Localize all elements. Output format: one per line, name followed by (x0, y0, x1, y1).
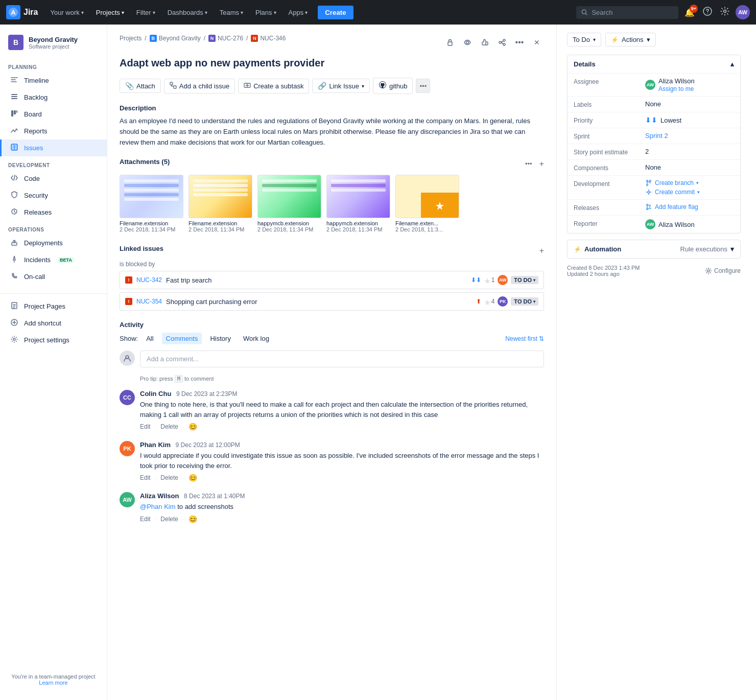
nav-plans[interactable]: Plans ▾ (251, 7, 280, 18)
close-panel-button[interactable]: ✕ (530, 35, 544, 50)
edit-comment-link[interactable]: Edit (140, 423, 151, 430)
delete-comment-link[interactable]: Delete (160, 516, 178, 523)
nav-dashboards[interactable]: Dashboards ▾ (163, 7, 211, 18)
filter-history[interactable]: History (206, 333, 234, 344)
search-input[interactable] (592, 9, 673, 16)
share-button[interactable] (495, 35, 509, 50)
notifications-button[interactable]: 🔔 9+ (682, 6, 697, 19)
activity-section: Activity Show: All Comments History Work… (120, 321, 544, 523)
attachments-heading: Attachments (5) (120, 158, 170, 166)
priority-value[interactable]: ⬇⬇ Lowest (645, 116, 734, 124)
toolbar-more-button[interactable]: ••• (416, 79, 430, 93)
attachment-item[interactable]: happymcb.extension 2 Dec 2018, 11:34 PM (326, 175, 390, 232)
filter-all[interactable]: All (142, 333, 157, 344)
link-chevron-icon: ▾ (362, 83, 364, 89)
breadcrumb-project[interactable]: B Beyond Gravity (150, 35, 201, 42)
attachment-item[interactable]: happymcb.extension 2 Dec 2018, 11:34 PM (257, 175, 321, 232)
status-button[interactable]: To Do ▾ (567, 33, 601, 46)
story-points-value[interactable]: 2 (645, 148, 734, 155)
nav-your-work[interactable]: Your work ▾ (46, 7, 87, 18)
sidebar-item-security[interactable]: Security (0, 187, 107, 204)
create-branch-link[interactable]: Create branch ▾ (645, 179, 700, 186)
sidebar-item-releases[interactable]: Releases (0, 204, 107, 221)
attachments-more-button[interactable]: ••• (521, 158, 536, 170)
sidebar-item-project-settings[interactable]: Project settings (0, 332, 107, 348)
delete-comment-link[interactable]: Delete (160, 474, 178, 481)
sort-button[interactable]: Newest first ⇅ (505, 335, 544, 342)
sidebar-item-reports[interactable]: Reports (0, 123, 107, 139)
attach-button[interactable]: 📎 Attach (120, 79, 161, 93)
sidebar-item-project-pages[interactable]: Project Pages (0, 298, 107, 315)
linked-issue-key[interactable]: NUC-342 (136, 276, 162, 284)
sidebar-item-issues[interactable]: Issues (0, 139, 107, 156)
filter-worklog[interactable]: Work log (239, 333, 273, 344)
sidebar-item-board[interactable]: Board (0, 106, 107, 123)
create-button[interactable]: Create (318, 6, 353, 19)
search-box[interactable] (576, 6, 678, 19)
svg-rect-17 (448, 42, 452, 45)
sidebar-item-timeline[interactable]: Timeline (0, 72, 107, 89)
components-row: Components None (568, 159, 740, 175)
breadcrumb-parent-issue[interactable]: N NUC-276 (208, 35, 243, 42)
add-feature-flag-link[interactable]: Add feature flag (645, 203, 698, 211)
linked-issue-type-icon: ! (125, 276, 132, 284)
nav-teams[interactable]: Teams ▾ (216, 7, 247, 18)
comment-actions: Edit · Delete · 😊 (140, 515, 544, 523)
linked-status-badge[interactable]: TO DO ▾ (511, 276, 538, 284)
attachment-item[interactable]: Filename.exten... 2 Dec 2018, 11:3... (395, 175, 459, 232)
sidebar-footer-link[interactable]: Learn more (39, 680, 67, 686)
details-header[interactable]: Details ▴ (568, 55, 740, 73)
github-button[interactable]: github (373, 78, 413, 94)
sidebar-item-deployments[interactable]: Deployments (0, 235, 107, 251)
automation-header[interactable]: ⚡ Automation Rule executions ▾ (568, 240, 740, 258)
sidebar-item-code[interactable]: Code (0, 170, 107, 187)
notif-badge: 9+ (690, 5, 698, 13)
thumbsup-button[interactable] (478, 35, 492, 50)
create-commit-link[interactable]: Create commit ▾ (645, 189, 700, 196)
delete-comment-link[interactable]: Delete (160, 423, 178, 430)
sidebar-item-backlog[interactable]: Backlog (0, 89, 107, 106)
breadcrumb-projects[interactable]: Projects (120, 35, 141, 42)
attachment-item[interactable]: Filename.extension 2 Dec 2018, 11:34 PM (120, 175, 183, 232)
linked-item[interactable]: ! NUC-354 Shopping cart purchasing error… (120, 292, 544, 311)
add-attachment-button[interactable]: + (539, 159, 544, 169)
comment-input[interactable]: Add a comment... (140, 351, 544, 367)
nav-filter[interactable]: Filter ▾ (132, 7, 159, 18)
top-nav: Jira Your work ▾ Projects ▾ Filter ▾ Das… (0, 0, 756, 25)
user-avatar[interactable]: AW (736, 5, 750, 19)
actions-button[interactable]: ⚡ Actions ▾ (605, 33, 656, 46)
assign-to-me-link[interactable]: Assign to me (658, 85, 694, 92)
more-options-button[interactable]: ••• (512, 35, 527, 50)
watch-button[interactable] (460, 35, 475, 50)
components-value[interactable]: None (645, 164, 734, 171)
issue-title: Adapt web app no new payments provider (120, 56, 544, 69)
create-subtask-button[interactable]: Create a subtask (238, 79, 309, 94)
sidebar-item-incidents[interactable]: Incidents BETA (0, 251, 107, 268)
linked-issue-key[interactable]: NUC-354 (136, 298, 162, 305)
linked-item[interactable]: ! NUC-342 Fast trip search ⬇⬇ 1 AW TO DO (120, 271, 544, 289)
attachment-item[interactable]: Filename.extension 2 Dec 2018, 11:34 PM (188, 175, 252, 232)
linked-status-badge[interactable]: TO DO ▾ (511, 297, 538, 306)
logo[interactable]: Jira (6, 5, 38, 19)
settings-button[interactable] (718, 5, 731, 20)
emoji-react-button[interactable]: 😊 (188, 515, 197, 523)
sprint-link[interactable]: Sprint 2 (645, 132, 668, 139)
add-link-button[interactable]: + (539, 246, 544, 255)
help-button[interactable] (701, 5, 714, 20)
emoji-react-button[interactable]: 😊 (188, 423, 197, 431)
emoji-react-button[interactable]: 😊 (188, 474, 197, 482)
status-chevron-icon: ▾ (533, 299, 535, 304)
edit-comment-link[interactable]: Edit (140, 474, 151, 481)
add-child-issue-button[interactable]: Add a child issue (164, 79, 235, 94)
nav-apps[interactable]: Apps ▾ (285, 7, 312, 18)
nav-projects[interactable]: Projects ▾ (92, 7, 128, 18)
labels-value[interactable]: None (645, 100, 734, 108)
filter-comments[interactable]: Comments (162, 333, 202, 344)
link-issue-button[interactable]: 🔗 Link Issue ▾ (312, 79, 370, 93)
breadcrumb-current-issue[interactable]: N NUC-346 (251, 35, 286, 42)
edit-comment-link[interactable]: Edit (140, 516, 151, 523)
sidebar-item-add-shortcut[interactable]: Add shortcut (0, 315, 107, 332)
lock-button[interactable] (443, 35, 457, 50)
sidebar-item-oncall[interactable]: On-call (0, 268, 107, 285)
configure-button[interactable]: Configure (705, 267, 741, 274)
